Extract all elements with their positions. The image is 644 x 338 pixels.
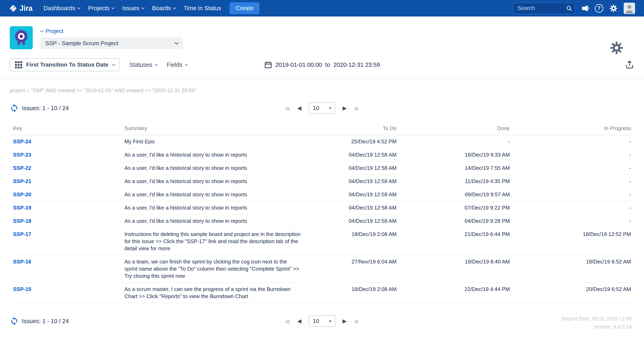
table-row: SSP-22As a user, I'd like a historical s… bbox=[10, 161, 634, 175]
pagination-next[interactable]: ▶ bbox=[343, 105, 347, 111]
report-toolbar: First Transition To Status Date Statuses… bbox=[0, 58, 644, 71]
report-type-button[interactable]: First Transition To Status Date bbox=[10, 58, 120, 71]
inprogress-date: - bbox=[513, 161, 634, 175]
help-glyph: ? bbox=[595, 4, 603, 13]
statuses-dropdown[interactable]: Statuses bbox=[129, 62, 158, 68]
table-row: SSP-17Instructions for deleting this sam… bbox=[10, 228, 634, 255]
table-row: SSP-24My First Epic25/Dec/19 4:52 PM-- bbox=[10, 135, 634, 148]
export-icon[interactable] bbox=[625, 60, 634, 70]
inprogress-date: 18/Dec/19 6:52 AM bbox=[513, 255, 634, 283]
issue-key-cell: SSP-22 bbox=[10, 161, 121, 175]
project-select[interactable]: SSP - Sample Scrum Project bbox=[40, 38, 183, 49]
user-avatar[interactable] bbox=[624, 3, 635, 14]
create-button[interactable]: Create bbox=[230, 2, 260, 14]
done-date: 19/Dec/19 8:40 AM bbox=[400, 255, 513, 283]
todo-date: 04/Dec/19 12:58 AM bbox=[304, 148, 400, 161]
done-date: - bbox=[400, 135, 513, 148]
page-size-value: 10 bbox=[313, 105, 319, 111]
page-size-select[interactable]: 10 ▾ bbox=[309, 102, 335, 114]
issue-key-link[interactable]: SSP-24 bbox=[13, 138, 31, 144]
pagination-last[interactable]: » bbox=[354, 317, 358, 325]
help-icon[interactable]: ? bbox=[595, 4, 603, 13]
pagination-first[interactable]: « bbox=[285, 317, 290, 325]
caret-down-icon: ▾ bbox=[329, 319, 331, 323]
report-meta: Report Date: 06.01.2020 12:45 Version: 4… bbox=[562, 314, 634, 331]
issue-key-link[interactable]: SSP-21 bbox=[13, 178, 31, 184]
issue-summary: As a user, I'd like a historical story t… bbox=[121, 148, 304, 161]
chevron-down-icon bbox=[141, 6, 144, 9]
page-size-select[interactable]: 10 ▾ bbox=[309, 315, 335, 327]
search-icon[interactable] bbox=[566, 5, 572, 12]
issue-key-link[interactable]: SSP-19 bbox=[13, 205, 31, 211]
date-range-separator: to bbox=[325, 62, 330, 68]
issue-summary: My First Epic bbox=[121, 135, 304, 148]
issue-summary: As a team, we can finish the sprint by c… bbox=[121, 255, 304, 283]
chevron-down-icon bbox=[155, 63, 158, 66]
nav-projects[interactable]: Projects bbox=[84, 5, 118, 12]
feedback-megaphone-icon[interactable] bbox=[581, 4, 589, 13]
issue-summary: As a user, I'd like a historical story t… bbox=[121, 161, 304, 175]
column-header-done: Done bbox=[400, 122, 513, 135]
project-avatar[interactable] bbox=[10, 26, 33, 49]
jira-logo[interactable]: Jira bbox=[9, 4, 32, 13]
page-size-value: 10 bbox=[313, 318, 319, 324]
date-to[interactable]: 2020-12-31 23:59 bbox=[334, 62, 380, 68]
issue-key-link[interactable]: SSP-18 bbox=[13, 218, 31, 224]
nav-dashboards[interactable]: Dashboards bbox=[40, 5, 84, 12]
issue-summary: As a scrum master, I can see the progres… bbox=[121, 283, 304, 303]
nav-boards[interactable]: Boards bbox=[148, 5, 180, 12]
issue-key-link[interactable]: SSP-22 bbox=[13, 165, 31, 171]
issue-key-cell: SSP-17 bbox=[10, 228, 121, 255]
issue-key-cell: SSP-21 bbox=[10, 175, 121, 188]
nav-time-in-status[interactable]: Time in Status bbox=[180, 5, 225, 12]
pagination-prev[interactable]: ◀ bbox=[297, 105, 302, 111]
issues-count: Issues: 1 - 10 / 24 bbox=[22, 318, 69, 324]
column-header-todo: To Do bbox=[304, 122, 400, 135]
column-header-inprogress: In Progress bbox=[513, 122, 634, 135]
nav-issues[interactable]: Issues bbox=[118, 5, 148, 12]
search-input[interactable] bbox=[514, 5, 575, 12]
table-header-row: Key Summary To Do Done In Progress bbox=[10, 122, 634, 135]
project-section-toggle[interactable]: Project bbox=[40, 28, 183, 34]
todo-date: 25/Dec/19 4:52 PM bbox=[304, 135, 400, 148]
issue-key-link[interactable]: SSP-20 bbox=[13, 191, 31, 198]
nav-settings-gear-icon[interactable] bbox=[609, 4, 618, 13]
refresh-icon[interactable] bbox=[10, 104, 19, 113]
pagination-prev[interactable]: ◀ bbox=[297, 318, 302, 324]
date-range-picker[interactable]: 2019-01-01 00:00 to 2020-12-31 23:59 bbox=[264, 61, 380, 69]
refresh-icon[interactable] bbox=[10, 317, 19, 325]
issue-summary: Instructions for deleting this sample bo… bbox=[121, 228, 304, 255]
toolbar-divider bbox=[0, 79, 644, 79]
table-row: SSP-23As a user, I'd like a historical s… bbox=[10, 148, 634, 161]
inprogress-date: 20/Dec/19 6:52 AM bbox=[513, 283, 634, 303]
fields-dropdown[interactable]: Fields bbox=[167, 62, 188, 68]
todo-date: 04/Dec/19 12:58 AM bbox=[304, 214, 400, 228]
pagination-first[interactable]: « bbox=[285, 104, 290, 112]
nav-search[interactable] bbox=[513, 3, 575, 14]
report-type-label: First Transition To Status Date bbox=[26, 62, 108, 68]
pagination-last[interactable]: » bbox=[354, 104, 358, 112]
footer-issues-summary: Issues: 1 - 10 / 24 bbox=[10, 314, 69, 328]
done-date: 22/Dec/19 4:44 PM bbox=[400, 283, 513, 303]
project-selector-group: Project SSP - Sample Scrum Project bbox=[40, 26, 183, 49]
column-header-summary: Summary bbox=[121, 122, 304, 135]
nav-dashboards-label: Dashboards bbox=[44, 5, 75, 12]
issue-key-link[interactable]: SSP-17 bbox=[13, 231, 31, 237]
issue-key-link[interactable]: SSP-16 bbox=[13, 259, 31, 265]
issue-key-link[interactable]: SSP-15 bbox=[13, 286, 31, 292]
issues-table: Key Summary To Do Done In Progress SSP-2… bbox=[10, 122, 634, 303]
project-label: Project bbox=[46, 28, 63, 34]
table-row: SSP-21As a user, I'd like a historical s… bbox=[10, 175, 634, 188]
footer-row: Issues: 1 - 10 / 24 « ◀ 10 ▾ ▶ » Report … bbox=[0, 314, 644, 333]
todo-date: 04/Dec/19 12:58 AM bbox=[304, 175, 400, 188]
issue-key-link[interactable]: SSP-23 bbox=[13, 152, 31, 158]
jira-logo-icon bbox=[9, 5, 17, 12]
pagination: « ◀ 10 ▾ ▶ » bbox=[285, 102, 358, 114]
done-date: 07/Dec/19 9:22 PM bbox=[400, 201, 513, 214]
todo-date: 04/Dec/19 12:58 AM bbox=[304, 188, 400, 201]
date-from[interactable]: 2019-01-01 00:00 bbox=[275, 62, 322, 68]
done-date: 11/Dec/19 4:35 PM bbox=[400, 175, 513, 188]
pagination-next[interactable]: ▶ bbox=[343, 318, 347, 324]
inprogress-date: - bbox=[513, 135, 634, 148]
app-settings-gear-icon[interactable] bbox=[608, 40, 625, 56]
